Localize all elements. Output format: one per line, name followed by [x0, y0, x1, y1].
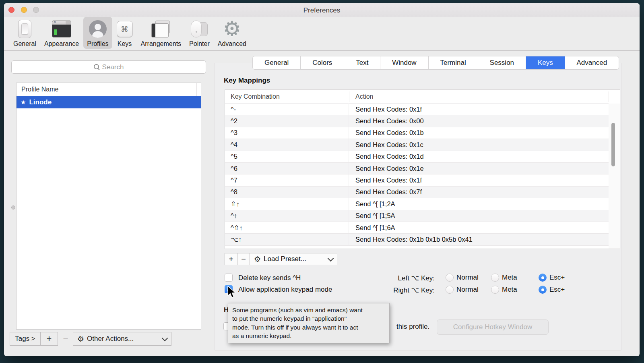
radio-right-option-escplus[interactable]: Esc+ — [539, 286, 565, 294]
tab-colors[interactable]: Colors — [301, 56, 344, 69]
toolbar-item-profiles[interactable]: Profiles — [83, 17, 112, 49]
key-combination-cell: ^2 — [225, 115, 349, 127]
action-cell: Send ^[ [1;5A — [349, 212, 395, 220]
toolbar-item-keys[interactable]: ⌘Keys — [113, 17, 136, 49]
action-cell: Send Hex Codes: 0x1d — [349, 153, 424, 160]
radio-icon — [491, 274, 499, 282]
key-combination-cell: ^6 — [225, 163, 349, 174]
search-placeholder: Search — [102, 63, 124, 71]
table-body: ^-Send Hex Codes: 0x1f^2Send Hex Codes: … — [225, 104, 609, 249]
chevron-down-icon — [162, 335, 168, 341]
right-option-key-label: Right ⌥ Key: — [346, 286, 435, 295]
action-cell: Send Hex Codes: 0x1c — [349, 141, 423, 149]
left-option-key-label: Left ⌥ Key: — [346, 274, 435, 282]
table-row[interactable]: ^↑Send ^[ [1;5A — [225, 210, 609, 222]
search-input[interactable]: Search — [11, 60, 206, 74]
action-cell: Send Hex Codes: 0x1b — [349, 129, 424, 137]
other-actions-dropdown[interactable]: ⚙ Other Actions... — [73, 332, 171, 346]
scrollbar-thumb[interactable] — [611, 123, 615, 166]
profile-name: Linode — [29, 98, 52, 106]
profile-list-header[interactable]: Profile Name — [17, 83, 201, 96]
radio-left-option-escplus[interactable]: Esc+ — [539, 274, 565, 282]
load-preset-dropdown[interactable]: ⚙ Load Preset... — [250, 253, 337, 265]
table-row[interactable]: ^7Send Hex Codes: 0x1f — [225, 174, 609, 186]
key-combination-cell: ⌥↑ — [225, 234, 349, 245]
action-cell: Send Hex Codes: 0x1b 0x1b 0x5b 0x41 — [349, 236, 473, 243]
radio-right-option-meta[interactable]: Meta — [491, 286, 539, 294]
keypad-mode-tooltip: Some programs (such as vim and emacs) wa… — [228, 303, 390, 343]
table-row[interactable]: ^3Send Hex Codes: 0x1b — [225, 127, 609, 139]
left-option-radio-group: NormalMetaEsc+ — [446, 274, 565, 282]
arrangements-windows-icon — [151, 19, 171, 39]
right-option-radio-group: NormalMetaEsc+ — [446, 286, 565, 294]
radio-icon — [539, 286, 547, 294]
keypad-mode-label: Allow application keypad mode — [238, 286, 332, 294]
table-row[interactable]: ^2Send Hex Codes: 0x00 — [225, 115, 609, 127]
toolbar-item-general[interactable]: General — [10, 17, 40, 49]
hotkey-profile-text: this profile. — [396, 323, 429, 331]
table-row[interactable]: ^⇧↑Send ^[ [1;6A — [225, 222, 609, 234]
key-combination-cell: ^8 — [225, 187, 349, 198]
radio-right-option-normal[interactable]: Normal — [446, 286, 491, 294]
table-row[interactable]: ^6Send Hex Codes: 0x1e — [225, 163, 609, 174]
action-cell: Send Hex Codes: 0x1e — [349, 165, 424, 172]
chevron-down-icon — [328, 255, 334, 261]
action-cell: Send Hex Codes: 0x00 — [349, 117, 424, 125]
key-combination-cell: ^4 — [225, 139, 349, 150]
remove-mapping-button[interactable]: − — [237, 253, 250, 265]
table-header: Key Combination Action — [225, 90, 620, 104]
tab-window[interactable]: Window — [380, 56, 428, 69]
mapping-controls: + − ⚙ Load Preset... — [225, 253, 337, 265]
keys-command-icon: ⌘ — [117, 19, 133, 39]
add-profile-button[interactable]: + — [40, 332, 58, 346]
tab-terminal[interactable]: Terminal — [429, 56, 478, 69]
radio-left-option-meta[interactable]: Meta — [491, 274, 539, 282]
tags-button[interactable]: Tags > — [10, 332, 41, 346]
gear-icon: ⚙ — [254, 255, 261, 263]
radio-icon — [491, 286, 499, 294]
search-icon — [94, 64, 100, 70]
table-row[interactable]: ⌥↑Send Hex Codes: 0x1b 0x1b 0x5b 0x41 — [225, 234, 609, 245]
tab-advanced[interactable]: Advanced — [565, 56, 619, 69]
titlebar: Preferences — [4, 3, 640, 17]
key-mappings-heading: Key Mappings — [224, 77, 270, 85]
toolbar-item-pointer[interactable]: Pointer — [186, 17, 213, 49]
action-cell: Send Hex Codes: 0x1f — [349, 176, 422, 184]
tab-general[interactable]: General — [253, 56, 301, 69]
radio-icon — [539, 274, 547, 282]
preferences-window: Preferences GeneralAppearanceProfiles⌘Ke… — [4, 3, 640, 356]
profile-tabs: GeneralColorsTextWindowTerminalSessionKe… — [253, 56, 619, 69]
profile-row-linode[interactable]: ★Linode — [17, 96, 201, 108]
action-cell: Send ^[ [1;6A — [349, 224, 395, 232]
column-action[interactable]: Action — [349, 93, 373, 100]
scrollbar-track[interactable] — [609, 104, 620, 249]
key-combination-cell: ^- — [225, 104, 349, 115]
toolbar-item-appearance[interactable]: Appearance — [41, 17, 83, 49]
key-combination-cell: ^7 — [225, 174, 349, 186]
toolbar-item-arrangements[interactable]: Arrangements — [137, 17, 185, 49]
table-row[interactable]: ^8Send Hex Codes: 0x7f — [225, 187, 609, 198]
tab-keys[interactable]: Keys — [526, 56, 565, 69]
remove-profile-button[interactable]: − — [58, 332, 73, 346]
table-row[interactable]: ^-Send Hex Codes: 0x1f — [225, 104, 609, 115]
tab-text[interactable]: Text — [344, 56, 380, 69]
pointer-mouse-icon — [190, 19, 209, 39]
toolbar-item-advanced[interactable]: ⚙Advanced — [214, 17, 250, 49]
table-row[interactable]: ^4Send Hex Codes: 0x1c — [225, 139, 609, 151]
profile-list: Profile Name ★Linode — [16, 83, 201, 330]
configure-hotkey-window-button: Configure Hotkey Window — [437, 319, 549, 335]
radio-icon — [446, 274, 454, 282]
delete-key-checkbox[interactable] — [225, 274, 233, 282]
add-mapping-button[interactable]: + — [225, 253, 237, 265]
preferences-toolbar: GeneralAppearanceProfiles⌘KeysArrangemen… — [6, 17, 250, 50]
table-row[interactable]: ^5Send Hex Codes: 0x1d — [225, 151, 609, 163]
key-combination-cell: ^3 — [225, 127, 349, 139]
table-row[interactable]: ⇧↑Send ^[ [1;2A — [225, 198, 609, 210]
profiles-person-icon — [89, 19, 107, 39]
pane-splitter-handle[interactable] — [11, 205, 15, 210]
column-key-combination[interactable]: Key Combination — [225, 93, 349, 100]
key-mappings-table: Key Combination Action ^-Send Hex Codes:… — [225, 89, 620, 249]
tab-session[interactable]: Session — [478, 56, 526, 69]
star-icon: ★ — [21, 99, 26, 106]
radio-left-option-normal[interactable]: Normal — [446, 274, 491, 282]
